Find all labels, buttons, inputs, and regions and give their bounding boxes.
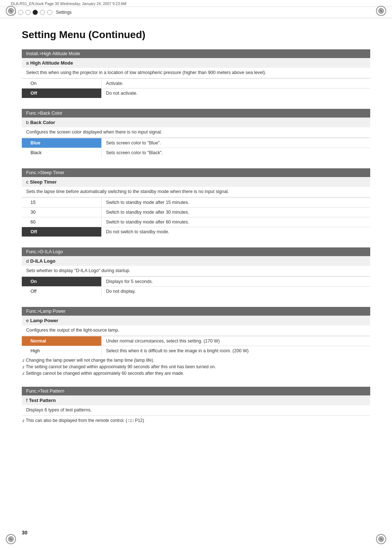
section-header-test-pattern: Func.>Test Pattern [22, 387, 370, 395]
corner-screw-tr [376, 6, 386, 16]
option-value: Do not switch to standby mode. [102, 227, 370, 237]
sections-container: Install.>High Altitude ModeaHigh Altitud… [22, 49, 370, 423]
section-test-pattern: Func.>Test PatternfTest PatternDisplays … [22, 387, 370, 423]
section-subheader-back-color: bBack Color [22, 118, 370, 127]
section-desc-back-color: Configures the screen color displayed wh… [22, 127, 370, 138]
options-wrapper-sleep-timer: 15Switch to standby mode after 15 minute… [22, 197, 370, 237]
option-value: Switch to standby mode after 60 minutes. [102, 217, 370, 227]
option-row: BlueSets screen color to "Blue". [22, 138, 370, 148]
option-key: Blue [22, 138, 102, 148]
section-header-sleep-timer: Func.>Sleep Timer [22, 168, 370, 177]
section-desc-high-altitude: Select this when using the projector in … [22, 68, 370, 78]
option-row: NormalUnder normal circumstances, select… [22, 336, 370, 346]
option-row: 60Switch to standby mode after 60 minute… [22, 217, 370, 227]
option-value: Sets screen color to "Blue". [102, 138, 370, 148]
option-key: Normal [22, 336, 102, 346]
page-number: 30 [22, 530, 28, 535]
nav-dot-3 [25, 10, 30, 15]
section-subheader-lamp-power: eLamp Power [22, 316, 370, 325]
option-key: Off [22, 227, 102, 237]
option-row: 30Switch to standby mode after 30 minute… [22, 207, 370, 217]
option-row: OnActivate. [22, 79, 370, 88]
section-sleep-timer: Func.>Sleep TimercSleep TimerSets the la… [22, 168, 370, 237]
option-row: BlackSets screen color to "Black". [22, 148, 370, 157]
option-row: 15Switch to standby mode after 15 minute… [22, 198, 370, 207]
option-value: Displays for 5 seconds. [102, 277, 370, 286]
option-key: High [22, 346, 102, 356]
main-content: Setting Menu (Continued) Install.>High A… [0, 18, 392, 456]
corner-screw-tl [6, 6, 16, 16]
option-key: Off [22, 89, 102, 98]
option-value: Do not activate. [102, 89, 370, 98]
options-wrapper-back-color: BlueSets screen color to "Blue".BlackSet… [22, 138, 370, 157]
section-lamp-power: Func.>Lamp PowereLamp PowerConfigures th… [22, 307, 370, 376]
notes-lamp-power: Changing the lamp power will not change … [22, 358, 370, 376]
option-key: 30 [22, 208, 102, 217]
corner-screw-bl [6, 534, 16, 544]
section-header-back-color: Func.>Back Color [22, 109, 370, 118]
options-wrapper-dila-logo: OnDisplays for 5 seconds.OffDo not displ… [22, 276, 370, 296]
section-subheader-dila-logo: dD-ILA Logo [22, 256, 370, 266]
option-value: Under normal circumstances, select this … [102, 336, 370, 346]
option-value: Sets screen color to "Black". [102, 148, 370, 157]
option-key: Black [22, 148, 102, 157]
file-info: DLA-RS1_EN.book Page 30 Wednesday, Janua… [0, 0, 392, 7]
corner-screw-br [376, 534, 386, 544]
note-line: The setting cannot be changed within app… [22, 364, 370, 369]
option-value: Do not display. [102, 287, 370, 296]
section-desc-dila-logo: Sets whether to display "D-ILA Logo" dur… [22, 266, 370, 276]
option-value: Switch to standby mode after 15 minutes. [102, 198, 370, 207]
option-row: OffDo not display. [22, 286, 370, 296]
option-key: 60 [22, 217, 102, 227]
section-subheader-test-pattern: fTest Pattern [22, 395, 370, 405]
options-wrapper-lamp-power: NormalUnder normal circumstances, select… [22, 336, 370, 356]
breadcrumb-label: Settings [56, 10, 72, 15]
note-line: Changing the lamp power will not change … [22, 358, 370, 363]
section-desc-lamp-power: Configures the output of the light-sourc… [22, 325, 370, 336]
section-header-lamp-power: Func.>Lamp Power [22, 307, 370, 316]
section-desc-test-pattern: Displays 6 types of test patterns. [22, 405, 370, 416]
nav-dots [11, 10, 52, 15]
option-value: Activate. [102, 79, 370, 88]
option-row: OnDisplays for 5 seconds. [22, 277, 370, 286]
option-key: Off [22, 287, 102, 296]
note-line: This can also be displayed from the remo… [22, 418, 370, 423]
section-back-color: Func.>Back ColorbBack ColorConfigures th… [22, 109, 370, 157]
nav-dot-4 [33, 10, 38, 15]
page-title: Setting Menu (Continued) [22, 29, 370, 41]
nav-bar: Settings [0, 7, 392, 18]
section-subheader-high-altitude: aHigh Altitude Mode [22, 58, 370, 68]
file-info-text: DLA-RS1_EN.book Page 30 Wednesday, Janua… [11, 1, 126, 6]
option-key: On [22, 277, 102, 286]
nav-dot-6 [47, 10, 52, 15]
option-key: 15 [22, 198, 102, 207]
section-high-altitude: Install.>High Altitude ModeaHigh Altitud… [22, 49, 370, 98]
option-row: HighSelect this when it is difficult to … [22, 346, 370, 356]
section-desc-sleep-timer: Sets the lapse time before automatically… [22, 187, 370, 197]
section-subheader-sleep-timer: cSleep Timer [22, 177, 370, 187]
nav-dot-5 [40, 10, 45, 15]
section-header-high-altitude: Install.>High Altitude Mode [22, 49, 370, 58]
option-row: OffDo not switch to standby mode. [22, 227, 370, 237]
option-value: Select this when it is difficult to see … [102, 346, 370, 356]
option-row: OffDo not activate. [22, 88, 370, 98]
nav-dot-2 [18, 10, 23, 15]
note-line: Settings cannot be changed within approx… [22, 371, 370, 376]
options-wrapper-high-altitude: OnActivate.OffDo not activate. [22, 78, 370, 98]
section-dila-logo: Func.>D-ILA LogodD-ILA LogoSets whether … [22, 247, 370, 296]
option-key: On [22, 79, 102, 88]
notes-test-pattern: This can also be displayed from the remo… [22, 418, 370, 423]
section-header-dila-logo: Func.>D-ILA Logo [22, 247, 370, 256]
option-value: Switch to standby mode after 30 minutes. [102, 208, 370, 217]
